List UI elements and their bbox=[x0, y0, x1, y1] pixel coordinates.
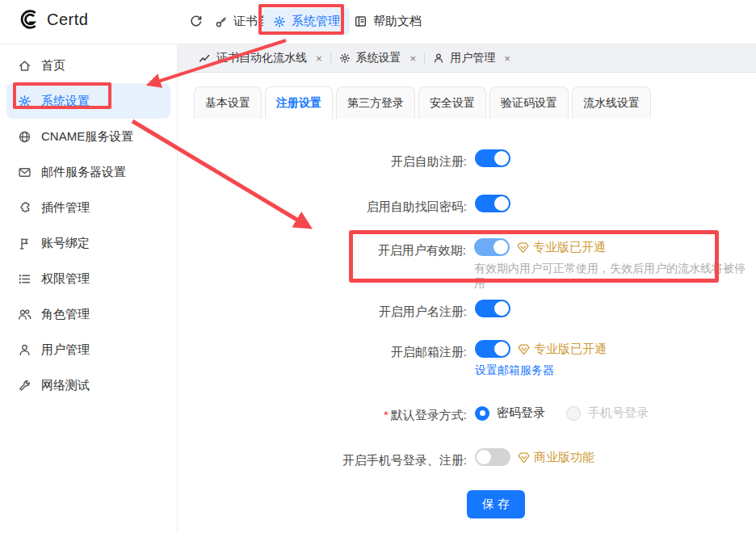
close-icon[interactable]: × bbox=[504, 52, 510, 65]
form-row-password-recovery: 启用自助找回密码: bbox=[178, 195, 756, 216]
sidebar-item-system-settings[interactable]: 系统设置 bbox=[6, 83, 170, 119]
nav-item-label: 系统管理 bbox=[292, 14, 340, 29]
field-label: 启用自助找回密码: bbox=[178, 195, 467, 215]
field-label: *默认登录方式: bbox=[178, 403, 467, 423]
self-register-toggle[interactable] bbox=[475, 149, 510, 167]
field-label: 开启用户名注册: bbox=[178, 300, 467, 320]
close-icon[interactable]: × bbox=[410, 52, 417, 65]
sidebar-item-label: 网络测试 bbox=[41, 378, 90, 393]
commercial-badge-label: 商业版功能 bbox=[534, 450, 594, 465]
sidebar-item-label: 账号绑定 bbox=[41, 236, 90, 251]
open-tab-label: 证书自动化流水线 bbox=[216, 51, 307, 65]
username-register-toggle[interactable] bbox=[475, 300, 510, 317]
password-recovery-toggle[interactable] bbox=[475, 195, 510, 212]
radio-phone-login[interactable]: 手机号登录 bbox=[566, 405, 649, 421]
refresh-icon bbox=[189, 15, 203, 28]
gear-icon bbox=[339, 52, 351, 64]
nav-item-help-docs[interactable]: 帮助文档 bbox=[354, 14, 422, 29]
email-register-toggle[interactable] bbox=[475, 340, 510, 358]
sidebar-item-label: 角色管理 bbox=[41, 307, 90, 322]
vip-badge-icon bbox=[516, 241, 530, 254]
tab-basic-settings[interactable]: 基本设置 bbox=[194, 86, 262, 119]
certd-logo-icon bbox=[18, 9, 39, 30]
mail-icon bbox=[18, 166, 32, 179]
home-icon bbox=[18, 59, 32, 73]
sidebar-item-role-admin[interactable]: 角色管理 bbox=[6, 296, 170, 332]
sidebar-item-label: 权限管理 bbox=[41, 271, 90, 287]
required-asterisk: * bbox=[384, 408, 388, 422]
flag-icon bbox=[18, 237, 32, 250]
pro-badge-label: 专业版已开通 bbox=[534, 342, 607, 357]
radio-label: 密码登录 bbox=[497, 405, 545, 421]
sidebar-item-permission-admin[interactable]: 权限管理 bbox=[6, 261, 170, 296]
sidebar-item-label: 邮件服务器设置 bbox=[41, 165, 126, 180]
book-icon bbox=[354, 15, 368, 28]
sidebar: 首页 系统设置 CNAME服务设置 bbox=[0, 44, 178, 533]
nav-item-system-admin[interactable]: 系统管理 bbox=[263, 8, 350, 35]
mail-server-link[interactable]: 设置邮箱服务器 bbox=[475, 363, 607, 378]
commercial-badge: 商业版功能 bbox=[517, 450, 594, 465]
pro-badge-label: 专业版已开通 bbox=[533, 240, 606, 255]
users-icon bbox=[18, 308, 32, 321]
phone-login-toggle[interactable] bbox=[475, 448, 510, 466]
form-row-user-validity: 开启用户有效期: 专业版已开通 有效期内用户可正常使用，失效后用户的流水线将被停… bbox=[178, 238, 756, 291]
form-row-self-register: 开启自助注册: bbox=[178, 149, 756, 170]
sidebar-item-cname-service[interactable]: CNAME服务设置 bbox=[6, 119, 170, 154]
tab-register-settings[interactable]: 注册设置 bbox=[265, 86, 333, 120]
app-title: Certd bbox=[47, 10, 88, 29]
tab-pipeline-settings[interactable]: 流水线设置 bbox=[572, 86, 651, 119]
open-tab-label: 用户管理 bbox=[450, 51, 495, 65]
top-header: Certd 证书自动化 bbox=[0, 0, 756, 44]
sidebar-item-mail-server[interactable]: 邮件服务器设置 bbox=[6, 154, 170, 190]
sidebar-item-label: 系统设置 bbox=[41, 94, 90, 109]
sidebar-item-plugin-admin[interactable]: 插件管理 bbox=[6, 190, 170, 225]
pro-badge: 专业版已开通 bbox=[516, 240, 606, 255]
gear-icon bbox=[18, 94, 32, 108]
pro-badge: 专业版已开通 bbox=[517, 342, 607, 357]
gear-icon bbox=[273, 15, 286, 28]
puzzle-icon bbox=[18, 201, 32, 215]
open-tab-label: 系统设置 bbox=[356, 51, 401, 65]
radio-password-login[interactable]: 密码登录 bbox=[475, 405, 545, 421]
sidebar-item-label: CNAME服务设置 bbox=[41, 129, 133, 145]
sidebar-item-label: 首页 bbox=[41, 58, 65, 73]
vip-badge-icon bbox=[517, 342, 531, 356]
form-row-phone-login: 开启手机号登录、注册: 商业版功能 bbox=[178, 448, 756, 468]
save-button[interactable]: 保 存 bbox=[467, 490, 525, 518]
tab-captcha-settings[interactable]: 验证码设置 bbox=[489, 86, 569, 119]
user-icon bbox=[18, 343, 32, 357]
close-icon[interactable]: × bbox=[316, 52, 322, 65]
list-icon bbox=[18, 272, 32, 286]
sidebar-item-network-test[interactable]: 网络测试 bbox=[6, 367, 170, 403]
wrench-icon bbox=[18, 379, 32, 392]
radio-disabled-icon bbox=[566, 406, 581, 421]
open-tab-pipelines[interactable]: 证书自动化流水线 × bbox=[191, 51, 330, 65]
form-row-email-register: 开启邮箱注册: 专业版已开通 设置邮箱服务器 bbox=[178, 340, 756, 378]
chart-line-icon bbox=[199, 52, 211, 65]
tab-thirdparty-login[interactable]: 第三方登录 bbox=[336, 86, 415, 119]
key-icon bbox=[215, 15, 228, 28]
open-tab-user-admin[interactable]: 用户管理 × bbox=[425, 51, 519, 65]
form-row-username-register: 开启用户名注册: bbox=[178, 300, 756, 321]
sidebar-item-home[interactable]: 首页 bbox=[6, 48, 170, 83]
field-label: 开启用户有效期: bbox=[178, 238, 466, 258]
field-label: 开启手机号登录、注册: bbox=[178, 448, 467, 468]
user-validity-toggle[interactable] bbox=[474, 238, 510, 256]
tab-security-settings[interactable]: 安全设置 bbox=[418, 86, 486, 119]
form-row-default-login: *默认登录方式: 密码登录 手机号登录 bbox=[178, 403, 756, 423]
radio-label: 手机号登录 bbox=[588, 405, 649, 421]
radio-checked-icon bbox=[475, 406, 489, 421]
sidebar-item-user-admin[interactable]: 用户管理 bbox=[6, 332, 170, 367]
refresh-button[interactable] bbox=[189, 15, 203, 28]
sidebar-item-label: 用户管理 bbox=[41, 342, 90, 358]
globe-icon bbox=[18, 130, 32, 144]
open-tab-system-settings[interactable]: 系统设置 × bbox=[331, 51, 425, 65]
sidebar-item-account-binding[interactable]: 账号绑定 bbox=[6, 225, 170, 261]
user-validity-help: 有效期内用户可正常使用，失效后用户的流水线将被停用 bbox=[474, 262, 756, 291]
nav-item-label: 帮助文档 bbox=[373, 14, 422, 29]
sidebar-item-label: 插件管理 bbox=[41, 200, 90, 216]
logo[interactable]: Certd bbox=[18, 9, 88, 30]
field-label: 开启邮箱注册: bbox=[178, 340, 467, 360]
register-settings-form: 开启自助注册: 启用自助找回密码: 开启用户有效期: bbox=[178, 119, 756, 533]
vip-badge-icon bbox=[517, 451, 531, 464]
